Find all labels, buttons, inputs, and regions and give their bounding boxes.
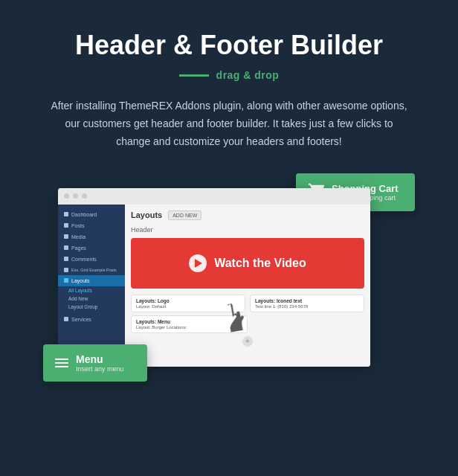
- screenshot-area: Shopping Cart Display shopping cart Dash…: [43, 173, 415, 382]
- sidebar-pages: Pages: [58, 242, 125, 254]
- layouts-title: Layouts: [131, 210, 162, 219]
- play-button[interactable]: [189, 254, 207, 272]
- subtitle-row: drag & drop: [179, 69, 280, 81]
- layout-items-row2: Layouts: Menu Layout: Burger Locations:: [131, 315, 364, 333]
- dashboard-icon: [64, 212, 68, 216]
- comments-icon: [64, 257, 68, 261]
- layouts-icon: [64, 278, 68, 283]
- dot-3: [82, 193, 87, 199]
- subtitle-text: drag & drop: [216, 69, 280, 81]
- dashboard-mockup: Dashboard Posts Media Pages: [58, 188, 370, 367]
- sidebar-sub-items: All Layouts Add New Layout Group: [58, 286, 125, 311]
- layouts-header: Layouts ADD NEW: [131, 210, 364, 220]
- menu-line-2: [55, 362, 68, 364]
- subtitle-line: [179, 74, 209, 77]
- menu-line-1: [55, 358, 68, 360]
- watch-video-text: Watch the Video: [214, 257, 306, 270]
- pages-icon: [64, 245, 68, 250]
- dot-1: [64, 193, 69, 199]
- menu-title: Menu: [76, 353, 124, 365]
- sidebar-posts: Posts: [58, 220, 125, 231]
- sub-add-new: Add New: [68, 295, 125, 303]
- dot-2: [73, 193, 78, 199]
- media-icon: [64, 234, 68, 239]
- mockup-content: Layouts ADD NEW Header Watch the Video L…: [125, 205, 370, 367]
- layout-iconed-sub: Text line 1: (810) 234-5678: [255, 304, 359, 309]
- plus-button[interactable]: +: [242, 336, 253, 347]
- mockup-sidebar: Dashboard Posts Media Pages: [58, 205, 125, 367]
- sidebar-layouts: Layouts: [58, 275, 125, 286]
- mockup-topbar: [58, 188, 370, 205]
- layout-logo-title: Layouts: Logo: [136, 298, 240, 303]
- main-container: Header & Footer Builder drag & drop Afte…: [0, 0, 458, 476]
- menu-subtitle: Insert any menu: [76, 365, 124, 373]
- layout-card-iconed: Layouts: Iconed text Text line 1: (810) …: [250, 295, 364, 312]
- ess-grid-icon: [64, 268, 68, 272]
- layout-items-row1: Layouts: Logo Layout: Default Layouts: I…: [131, 295, 364, 312]
- sidebar-comments: Comments: [58, 254, 125, 265]
- video-area[interactable]: Watch the Video: [131, 238, 364, 289]
- mockup-body: Dashboard Posts Media Pages: [58, 205, 370, 367]
- header-section-label: Header: [131, 226, 364, 234]
- sub-all-layouts: All Layouts: [68, 286, 125, 295]
- description-text: After installing ThemeREX Addons plugin,…: [51, 97, 407, 150]
- sidebar-ess-grid: Ess. Grid Example Posts: [58, 265, 125, 275]
- sidebar-dashboard: Dashboard: [58, 209, 125, 220]
- sidebar-services: Services: [58, 314, 125, 325]
- plus-btn-row: +: [131, 336, 364, 347]
- sidebar-media: Media: [58, 231, 125, 242]
- menu-line-3: [55, 366, 68, 367]
- play-triangle-icon: [195, 259, 202, 268]
- add-new-button[interactable]: ADD NEW: [168, 210, 201, 220]
- menu-text-block: Menu Insert any menu: [76, 353, 124, 373]
- posts-icon: [64, 223, 68, 228]
- layout-iconed-title: Layouts: Iconed text: [255, 298, 359, 303]
- sub-layout-group: Layout Group: [68, 303, 125, 311]
- menu-popup: Menu Insert any menu: [43, 344, 147, 382]
- services-icon: [64, 317, 68, 321]
- page-title: Header & Footer Builder: [75, 30, 383, 60]
- menu-icon: [55, 358, 68, 367]
